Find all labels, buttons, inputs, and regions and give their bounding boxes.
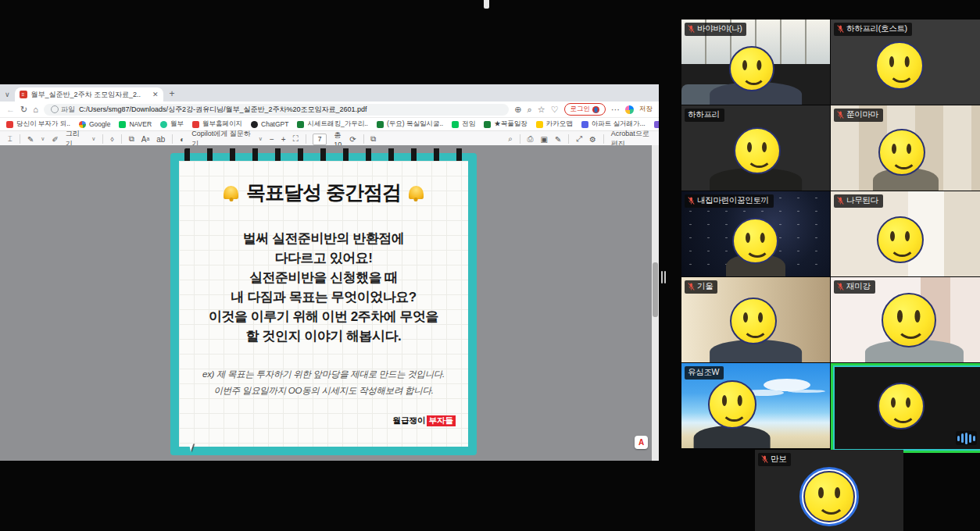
tab-title: 월부_실준반_2주차 조모임자료_2..: [31, 90, 148, 100]
participant-name-label: 나무된다: [834, 194, 883, 208]
participant-tile[interactable]: 기울: [681, 277, 830, 362]
zoom-in-icon[interactable]: +: [281, 135, 286, 144]
save-as-icon[interactable]: ✎: [555, 135, 561, 144]
tab-close-icon[interactable]: ✕: [152, 91, 159, 98]
highlighter-icon[interactable]: ✎: [27, 135, 34, 144]
settings-gear-icon[interactable]: ⚙: [589, 135, 596, 144]
save-icon[interactable]: ▣: [541, 135, 548, 144]
address-bar-row: ← ↻ ⌂ 파일 C:/Users/smg87/Downloads/싱주2강-권…: [0, 102, 659, 118]
muted-mic-icon: [688, 282, 695, 291]
print-icon[interactable]: ⎙: [528, 134, 534, 144]
participant-tile[interactable]: 재미강: [831, 277, 980, 362]
muted-mic-icon: [837, 110, 844, 119]
participant-name: 쭌이마마: [846, 109, 878, 120]
bookmark-item[interactable]: NAVER: [119, 120, 152, 128]
participant-tile[interactable]: 만보: [755, 450, 903, 531]
bell-icon: [409, 186, 424, 199]
copilot-pinwheel-icon[interactable]: [625, 105, 634, 114]
bookmark-item[interactable]: 월부: [160, 119, 184, 129]
copilot-icon[interactable]: ◐: [180, 135, 184, 144]
more-menu-icon[interactable]: ⋯: [611, 105, 620, 115]
body-line: 내 다짐과 목표는 무엇이었나요?: [179, 287, 468, 307]
bookmark-item[interactable]: 시세트래킹_가우리..: [297, 119, 367, 129]
wolbu-logo: 월급쟁이 부자들: [393, 415, 456, 426]
window-separator-handle[interactable]: [661, 271, 667, 283]
bookmark-item[interactable]: ChatGPT: [251, 120, 288, 128]
participant-tile[interactable]: 나무된다: [831, 191, 980, 276]
smiley-face-overlay: [878, 383, 925, 429]
bookmark-item[interactable]: 카카오맵: [536, 119, 573, 129]
page-info-icon[interactable]: [51, 105, 59, 113]
draw-icon[interactable]: ✐: [52, 135, 58, 144]
bookmark-item[interactable]: (우요) 목실일시굴..: [377, 119, 443, 129]
bookmark-label: Google: [89, 120, 110, 128]
tab-search-chevron-icon[interactable]: ∨: [3, 91, 15, 102]
participant-tile[interactable]: 바야바야(나): [681, 20, 830, 105]
bookmark-favicon: [452, 121, 459, 128]
favorite-star-icon[interactable]: ☆: [538, 105, 545, 115]
participant-tile[interactable]: 내집마련이꿈인토끼: [681, 191, 830, 276]
translate-icon[interactable]: ⊕: [514, 105, 521, 115]
refresh-icon[interactable]: ↻: [20, 105, 27, 115]
active-speaker-tile[interactable]: [831, 363, 980, 453]
bookmark-item[interactable]: 월부홈페이지: [192, 119, 242, 129]
bookmark-item[interactable]: 호갱노노: [654, 119, 659, 129]
participant-name: 바야바야(나): [697, 23, 742, 34]
participant-tile[interactable]: 하하프리: [681, 105, 830, 191]
text-tool-icon[interactable]: ab: [156, 135, 165, 144]
bookmark-label: ChatGPT: [261, 120, 288, 128]
fullscreen-icon[interactable]: ⤢: [576, 134, 582, 144]
search-icon[interactable]: ⌕: [508, 134, 513, 144]
bookmark-item[interactable]: 당신이 부자가 되..: [6, 119, 70, 129]
muted-mic-icon: [837, 24, 844, 34]
apt-favicon: [581, 121, 588, 128]
save-label[interactable]: 저장: [639, 105, 653, 114]
read-aloud-icon[interactable]: Aᵃ: [141, 135, 149, 144]
back-icon[interactable]: ←: [6, 105, 15, 114]
login-button[interactable]: 로그인 👤: [564, 103, 606, 116]
page-title: 목표달성 중간점검: [179, 180, 468, 205]
chevron-down-icon[interactable]: ∨: [41, 136, 45, 142]
zoom-icon[interactable]: ⌕: [528, 105, 532, 115]
bookmark-item[interactable]: 전임: [452, 119, 475, 129]
bookmark-label: 월부홈페이지: [202, 119, 242, 129]
two-page-view-icon[interactable]: ⧉: [129, 134, 134, 144]
acrobat-extension-icon[interactable]: A: [635, 436, 648, 449]
bookmark-item[interactable]: ★꼭풀일장: [484, 119, 528, 129]
participant-name: 만보: [771, 454, 786, 465]
divider: [102, 134, 103, 144]
page-title-text: 목표달성 중간점검: [246, 180, 401, 205]
text-select-icon[interactable]: ⌶: [8, 134, 13, 144]
fit-to-page-icon[interactable]: ⛶: [293, 134, 299, 144]
bookmark-item[interactable]: Google: [79, 120, 110, 128]
bookmark-favicon: [484, 121, 491, 128]
home-icon[interactable]: ⌂: [33, 105, 38, 114]
chevron-down-icon[interactable]: ∨: [259, 136, 263, 142]
rotate-icon[interactable]: ⟳: [349, 135, 356, 144]
browser-tab[interactable]: ≡ 월부_실준반_2주차 조모임자료_2.. ✕: [15, 87, 163, 102]
participant-name: 하하프리: [688, 109, 720, 120]
participant-name-label: 기울: [685, 280, 717, 294]
scrollbar[interactable]: [652, 145, 659, 461]
page-number-input[interactable]: [313, 134, 327, 145]
participant-tile[interactable]: 쭌이마마: [831, 105, 980, 191]
body-line: 이것을 이루기 위해 이번 2주차에 무엇을: [179, 307, 468, 326]
page-view-icon[interactable]: ⧉: [370, 134, 376, 144]
eraser-icon[interactable]: ⬨: [110, 134, 114, 144]
scrollbar-thumb[interactable]: [653, 262, 658, 317]
zoom-out-icon[interactable]: −: [270, 135, 274, 144]
address-field[interactable]: 파일 C:/Users/smg87/Downloads/싱주2강-권유디님/월부…: [44, 104, 509, 116]
smiley-face-overlay: [875, 41, 924, 90]
smiley-face-overlay: [732, 218, 778, 264]
body-line: 할 것인지 이야기 해봅시다.: [179, 326, 468, 346]
hogangnono-favicon: [654, 121, 659, 128]
bookmark-item[interactable]: 아파트 실거래가...: [581, 119, 646, 129]
new-tab-button[interactable]: +: [163, 88, 183, 102]
profile-avatar-icon: 👤: [592, 106, 599, 113]
chevron-down-icon[interactable]: ∨: [91, 136, 95, 142]
smiley-face-overlay: [729, 46, 774, 91]
participant-tile[interactable]: 하하프리(호스트): [831, 20, 980, 105]
participant-tile[interactable]: 유심조W: [681, 363, 830, 448]
collections-icon[interactable]: ♡: [551, 105, 559, 115]
pdf-viewer-content[interactable]: 목표달성 중간점검 벌써 실전준비반의 반환점에 다다르고 있어요! 실전준비반…: [0, 145, 659, 461]
